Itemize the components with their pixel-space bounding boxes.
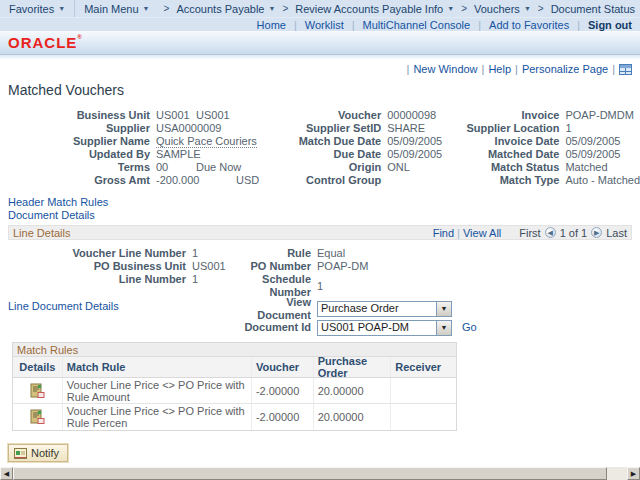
page-utility-links: | New Window | Help | Personalize Page |: [0, 60, 640, 75]
next-page-icon[interactable]: ▶: [591, 227, 602, 238]
view-document-select[interactable]: Purchase Order ▼: [317, 301, 452, 317]
favorites-label: Favorites: [9, 3, 54, 15]
field-label: Document Id: [233, 321, 311, 334]
breadcrumb: Favorites ▼ Main Menu ▼ > Accounts Payab…: [0, 0, 640, 17]
divider: |: [407, 63, 410, 75]
matched-date-value: 05/09/2005: [559, 148, 620, 161]
document-id-select[interactable]: US001 POAP-DM ▼: [317, 320, 452, 336]
line-details-fields: Voucher Line Number1 PO Business UnitUS0…: [8, 247, 640, 337]
home-link[interactable]: Home: [257, 19, 286, 31]
find-link[interactable]: Find: [433, 227, 454, 239]
supplier-location-value: 1: [559, 122, 571, 135]
divider: |: [294, 19, 297, 31]
voucher-line-number-value: 1: [186, 247, 198, 260]
match-rules-table: Match Rules Details Match Rule Voucher P…: [12, 342, 457, 431]
divider: |: [352, 19, 355, 31]
document-details-link[interactable]: Document Details: [8, 209, 95, 221]
supplier-setid-value: SHARE: [381, 122, 425, 135]
scroll-right-icon[interactable]: ▶: [627, 467, 640, 480]
field-label: Voucher: [289, 109, 381, 122]
add-to-favorites-link[interactable]: Add to Favorites: [489, 19, 569, 31]
updated-by-value: SAMPLE: [150, 148, 201, 161]
scroll-left-icon[interactable]: ◀: [0, 467, 13, 480]
view-all-link[interactable]: View All: [463, 227, 501, 239]
breadcrumb-separator: >: [538, 3, 544, 14]
dropdown-arrow-icon[interactable]: ▼: [436, 302, 451, 316]
field-label: Match Status: [455, 161, 559, 174]
pager: Find | View All First ◀ 1 of 1 ▶ Last: [433, 227, 627, 239]
field-label: PO Number: [233, 260, 311, 273]
multichannel-console-link[interactable]: MultiChannel Console: [363, 19, 471, 31]
worklist-link[interactable]: Worklist: [305, 19, 344, 31]
divider: |: [482, 63, 485, 75]
dropdown-arrow-icon[interactable]: ▼: [436, 321, 451, 335]
business-unit-value: US001US001: [150, 109, 230, 122]
utility-nav: Home | Worklist | MultiChannel Console |…: [0, 17, 640, 31]
column-header-match-rule: Match Rule: [63, 357, 252, 377]
breadcrumb-document-status: Document Status: [549, 0, 637, 17]
first-label: First: [519, 227, 540, 239]
divider: |: [478, 19, 481, 31]
notify-button[interactable]: Notify: [8, 444, 68, 462]
help-link[interactable]: Help: [488, 63, 511, 75]
breadcrumb-review-ap-info[interactable]: Review Accounts Payable Info ▼: [293, 0, 456, 17]
divider: |: [612, 63, 615, 75]
divider: |: [515, 63, 518, 75]
table-row: Voucher Line Price <> PO Price with Rule…: [13, 378, 456, 404]
field-label: Invoice: [455, 109, 559, 122]
invoice-date-value: 05/09/2005: [559, 135, 620, 148]
table-row: Voucher Line Price <> PO Price with Rule…: [13, 404, 456, 430]
terms-value: 00Due Now: [150, 161, 241, 174]
line-number-value: 1: [186, 273, 198, 286]
breadcrumb-vouchers[interactable]: Vouchers ▼: [472, 0, 533, 17]
horizontal-scrollbar[interactable]: ◀ ▶: [0, 467, 640, 480]
oracle-logo: ORACLE®: [8, 34, 83, 51]
chevron-down-icon: ▼: [524, 5, 531, 12]
origin-value: ONL: [381, 161, 410, 174]
new-window-link[interactable]: New Window: [413, 63, 477, 75]
voucher-value: 00000098: [381, 109, 436, 122]
field-label: Due Date: [289, 148, 381, 161]
receiver-cell: [391, 404, 456, 430]
header-column-1: Business UnitUS001US001 SupplierUSA00000…: [8, 109, 289, 187]
column-header-voucher: Voucher: [252, 357, 314, 377]
line-document-details-link[interactable]: Line Document Details: [8, 300, 119, 312]
show-detail-icon[interactable]: [30, 409, 45, 425]
column-header-receiver: Receiver: [391, 357, 456, 377]
footer-actions: Notify: [8, 444, 640, 462]
divider: |: [577, 19, 580, 31]
show-detail-icon[interactable]: [30, 383, 45, 399]
match-rule-cell: Voucher Line Price <> PO Price with Rule…: [63, 378, 252, 403]
field-label: Origin: [289, 161, 381, 174]
field-label: Rule: [233, 247, 311, 260]
breadcrumb-accounts-payable[interactable]: Accounts Payable ▼: [174, 0, 277, 17]
scrollbar-thumb[interactable]: [13, 467, 607, 480]
breadcrumb-separator: >: [282, 3, 288, 14]
sign-out-link[interactable]: Sign out: [588, 19, 632, 31]
details-cell: [13, 378, 63, 403]
notify-label: Notify: [31, 447, 59, 459]
header-match-rules-link[interactable]: Header Match Rules: [8, 196, 108, 208]
notify-icon: [14, 448, 27, 459]
last-label: Last: [606, 227, 627, 239]
po-number-value: POAP-DM: [311, 260, 368, 273]
supplier-value: USA0000009: [150, 122, 221, 135]
po-business-unit-value: US001: [186, 260, 226, 273]
supplier-name-value[interactable]: Quick Pace Couriers: [150, 135, 257, 148]
voucher-cell: -2.00000: [252, 404, 314, 430]
voucher-cell: -2.00000: [252, 378, 314, 403]
personalize-page-link[interactable]: Personalize Page: [522, 63, 608, 75]
personalize-layout-icon[interactable]: [619, 64, 632, 75]
crumb-label: Vouchers: [474, 3, 520, 15]
previous-page-icon[interactable]: ◀: [545, 227, 556, 238]
field-label: Updated By: [8, 148, 150, 161]
field-label: Invoice Date: [455, 135, 559, 148]
divider: |: [457, 227, 460, 239]
field-label: Control Group: [289, 174, 381, 187]
header-column-2: Voucher00000098 Supplier SetIDSHARE Matc…: [289, 109, 455, 187]
go-link[interactable]: Go: [462, 321, 477, 334]
field-label: Supplier Name: [8, 135, 150, 148]
main-menu[interactable]: Main Menu ▼: [75, 0, 158, 17]
favorites-menu[interactable]: Favorites ▼: [0, 0, 75, 17]
line-details-bar: Line Details Find | View All First ◀ 1 o…: [8, 225, 632, 240]
